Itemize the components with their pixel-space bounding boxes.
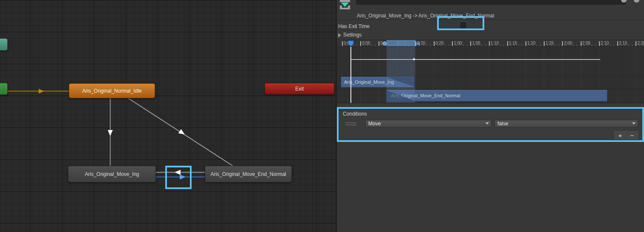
area-gridline	[378, 47, 379, 103]
area-gridline	[617, 47, 618, 103]
entry-transition-arrow-icon[interactable]	[39, 89, 44, 93]
tick-minor	[610, 45, 610, 46]
transition-end-handle-icon[interactable]	[416, 42, 420, 46]
condition-parameter-value: Move	[368, 121, 381, 127]
node-entry-partial[interactable]	[0, 83, 8, 95]
tick-minor	[573, 45, 573, 46]
menu-icon-partial[interactable]	[634, 0, 639, 3]
transition-start-handle[interactable]	[383, 42, 387, 45]
transition-inspector: Aris_Original_Move_Ing -> Aris_Original_…	[337, 0, 644, 232]
condition-value: false	[497, 121, 508, 127]
timeline-bar-move-end[interactable]: Aris_Original_Move_End_Normal	[386, 90, 607, 102]
node-idle-label: Aris_Original_Normal_Idle	[82, 88, 141, 94]
track-separator	[337, 76, 644, 76]
tick-minor	[628, 45, 629, 46]
tick-minor	[613, 45, 614, 46]
tick-minor	[632, 45, 633, 46]
tick-minor	[445, 45, 445, 46]
node-move-ing[interactable]: Aris_Original_Move_Ing	[68, 166, 156, 182]
area-gridline	[360, 47, 361, 103]
settings-label[interactable]: Settings	[343, 32, 362, 38]
tick-mark	[434, 41, 435, 46]
tick-label: 1:20	[527, 41, 535, 45]
track-separator	[337, 89, 644, 89]
tick-minor	[427, 45, 427, 46]
header-slider-track[interactable]	[356, 0, 626, 5]
conditions-section: Conditions Move false + −	[337, 107, 644, 142]
tick-minor	[357, 45, 357, 46]
conditions-header: Conditions	[343, 111, 367, 117]
tick-label: 2:05	[582, 41, 590, 45]
tick-label: 2:10	[601, 41, 609, 45]
transition-arrow-down-icon[interactable]	[108, 130, 113, 136]
tick-minor	[375, 45, 376, 46]
transition-range-ruler[interactable]	[387, 40, 415, 47]
tick-minor	[449, 45, 449, 46]
tick-mark	[507, 41, 508, 46]
tick-minor	[577, 45, 577, 46]
tick-minor	[503, 45, 504, 46]
tick-minor	[500, 45, 500, 46]
tick-minor	[371, 45, 372, 46]
timeline-ruler[interactable]: 2:202:152:102:052:001:251:201:151:101:05…	[337, 40, 644, 47]
tick-minor	[518, 45, 519, 46]
tick-minor	[522, 45, 522, 46]
tick-mark	[525, 41, 526, 46]
tick-label: 1:15	[509, 41, 517, 45]
tick-label: 2:20	[637, 41, 644, 45]
node-exit[interactable]: Exit	[265, 83, 334, 94]
help-icon-partial[interactable]	[621, 0, 627, 3]
tick-label: 0:05	[362, 41, 370, 45]
tick-minor	[467, 45, 467, 46]
has-exit-time-label: Has Exit Time	[338, 23, 370, 29]
condition-parameter-dropdown[interactable]: Move	[365, 120, 491, 127]
add-condition-button[interactable]: +	[615, 130, 626, 140]
tick-minor	[555, 45, 555, 46]
tick-minor	[595, 45, 596, 46]
tick-label: 1:10	[491, 41, 499, 45]
conditions-list-footer: + −	[613, 130, 639, 140]
condition-drag-handle[interactable]	[345, 122, 356, 127]
chevron-down-icon	[486, 122, 489, 124]
tick-mark	[599, 41, 600, 46]
highlight-box-transition-arrows	[165, 166, 192, 189]
playhead-marker-icon[interactable]	[348, 40, 354, 47]
animator-window: Aris_Original_Normal_Idle Exit Aris_Orig…	[0, 0, 644, 232]
area-gridline	[342, 47, 342, 103]
tick-label: 1:00	[454, 41, 462, 45]
node-any-state-partial[interactable]	[0, 38, 8, 51]
tick-mark	[360, 41, 361, 46]
highlight-box-checkbox	[437, 16, 484, 30]
inspector-empty-area	[337, 142, 644, 232]
tick-minor	[463, 45, 463, 46]
settings-foldout-icon[interactable]	[338, 33, 341, 37]
node-idle[interactable]: Aris_Original_Normal_Idle	[69, 83, 155, 98]
tick-minor	[559, 45, 559, 46]
tick-minor	[485, 45, 486, 46]
transition-end-handle-line[interactable]	[415, 40, 415, 47]
tick-mark	[562, 41, 563, 46]
chevron-down-icon	[632, 122, 636, 124]
tick-mark	[342, 41, 343, 46]
tick-minor	[540, 45, 541, 46]
tick-mark	[378, 41, 379, 46]
remove-condition-button[interactable]: −	[627, 130, 638, 140]
tick-label: 1:05	[472, 41, 480, 45]
transition-arrow-diagonal-icon[interactable]	[178, 129, 186, 137]
node-move-end-normal[interactable]: Aris_Original_Move_End_Normal	[205, 166, 292, 182]
condition-value-dropdown[interactable]: false	[494, 120, 638, 127]
node-move-end-label: Aris_Original_Move_End_Normal	[210, 171, 286, 177]
tick-label: 0:25	[435, 41, 443, 45]
node-exit-label: Exit	[295, 86, 304, 92]
area-gridline	[636, 47, 636, 103]
playhead-line[interactable]	[350, 47, 351, 103]
tick-mark	[470, 41, 471, 46]
transition-edges	[0, 0, 336, 232]
tick-minor	[481, 45, 482, 46]
timeline-area[interactable]: Aris_Original_Move_Ing Aris_Original_Mov…	[337, 47, 644, 103]
state-machine-canvas[interactable]: Aris_Original_Normal_Idle Exit Aris_Orig…	[0, 0, 336, 232]
tick-label: 2:00	[564, 41, 572, 45]
node-move-ing-label: Aris_Original_Move_Ing	[85, 171, 139, 177]
tick-label: 1:25	[545, 41, 554, 45]
transition-range-overlay[interactable]	[387, 47, 415, 103]
